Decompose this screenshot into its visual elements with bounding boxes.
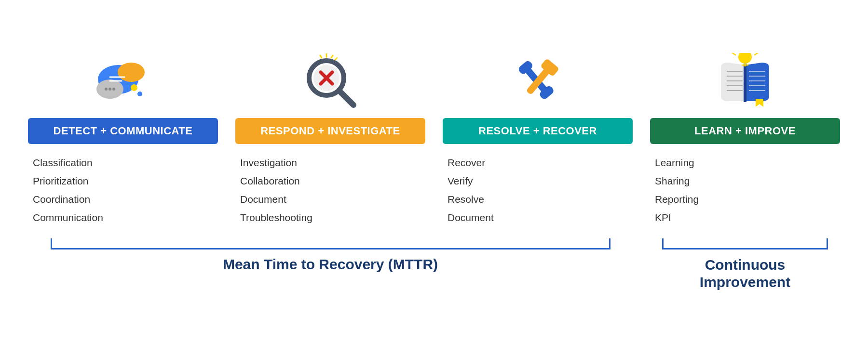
list-item: Reporting [655,190,835,209]
bracket-corners-right [662,238,828,248]
list-item: Classification [33,154,213,172]
svg-point-5 [112,88,115,91]
list-learn: Learning Sharing Reporting KPI [650,154,840,227]
badge-resolve: RESOLVE + RECOVER [443,118,633,144]
list-item: KPI [655,209,835,227]
book-icon [711,53,779,111]
mttr-label: Mean Time to Recovery (MTTR) [223,256,438,273]
columns-row: DETECT + COMMUNICATE Classification Prio… [19,51,849,227]
column-respond: RESPOND + INVESTIGATE Investigation Coll… [227,51,434,227]
column-resolve: RESOLVE + RECOVER Recover Verify Resolve… [434,51,641,227]
icon-area-learn [711,51,779,113]
svg-point-8 [131,84,137,91]
list-resolve: Recover Verify Resolve Document [443,154,633,227]
mttr-bracket: Mean Time to Recovery (MTTR) [19,238,641,291]
svg-point-4 [108,88,111,91]
icon-area-respond [301,51,359,113]
svg-point-3 [105,88,108,91]
list-item: Troubleshooting [240,209,420,227]
list-item: Resolve [448,190,628,209]
search-icon [301,53,359,111]
bracket-line-left [51,248,610,249]
list-item: Document [240,190,420,209]
svg-line-10 [339,91,353,105]
list-detect: Classification Prioritization Coordinati… [28,154,218,227]
bracket-corner-left-r [662,238,664,248]
bracket-line-right [662,248,828,249]
svg-point-1 [118,63,145,82]
svg-point-35 [738,53,752,64]
list-item: Document [448,209,628,227]
svg-rect-34 [744,64,746,102]
list-item: Sharing [655,172,835,190]
list-item: Communication [33,209,213,227]
icon-area-resolve [506,51,569,113]
improvement-label: ContinuousImprovement [700,256,790,291]
tools-icon [506,53,569,111]
list-item: Learning [655,154,835,172]
badge-detect: DETECT + COMMUNICATE [28,118,218,144]
svg-line-38 [732,53,735,55]
bracket-corners-left [51,238,610,248]
main-container: DETECT + COMMUNICATE Classification Prio… [19,51,849,291]
svg-line-18 [335,58,337,60]
list-item: Verify [448,172,628,190]
badge-learn: LEARN + IMPROVE [650,118,840,144]
list-item: Coordination [33,190,213,209]
bottom-section: Mean Time to Recovery (MTTR) ContinuousI… [19,238,849,291]
badge-respond: RESPOND + INVESTIGATE [235,118,425,144]
column-detect: DETECT + COMMUNICATE Classification Prio… [19,51,227,227]
icon-area-detect [92,51,154,113]
svg-line-16 [331,55,333,58]
bracket-corner-left [51,238,52,248]
bracket-corner-right-r [827,238,828,248]
improvement-bracket: ContinuousImprovement [641,238,849,291]
svg-line-39 [755,53,758,55]
list-item: Investigation [240,154,420,172]
bracket-corner-right [609,238,610,248]
list-item: Prioritization [33,172,213,190]
column-learn: LEARN + IMPROVE Learning Sharing Reporti… [641,51,849,227]
chat-icon [92,53,154,111]
list-item: Recover [448,154,628,172]
svg-line-17 [320,55,322,58]
list-respond: Investigation Collaboration Document Tro… [235,154,425,227]
list-item: Collaboration [240,172,420,190]
svg-point-9 [137,92,142,96]
